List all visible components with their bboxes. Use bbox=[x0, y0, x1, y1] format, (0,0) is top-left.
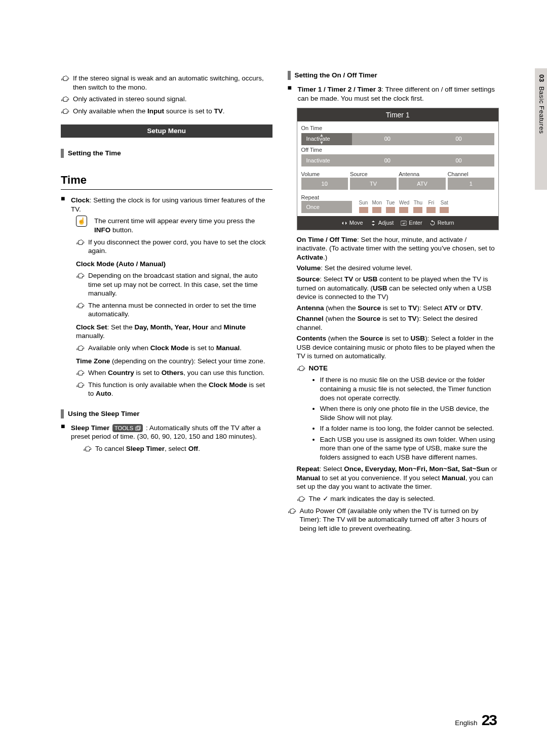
note-icon bbox=[76, 369, 85, 376]
volume-label: Volume bbox=[301, 171, 348, 178]
note-icon bbox=[61, 74, 70, 81]
list-item: When there is only one photo file in the… bbox=[320, 404, 499, 422]
contents-desc: Contents (when the Source is set to USB)… bbox=[297, 334, 499, 361]
timer-dialog: Timer 1 On Time ▲Inactivate▼ 00 00 Off T… bbox=[297, 108, 499, 230]
timer-dialog-title: Timer 1 bbox=[297, 108, 499, 121]
chapter-tab-label: 03 Basic Features bbox=[537, 74, 545, 134]
subheading-time: Setting the Time bbox=[61, 149, 272, 158]
note-text: If you disconnect the power cord, you ha… bbox=[88, 238, 272, 256]
note-text: Only activated in stereo sound signal. bbox=[73, 95, 186, 104]
channel-label: Channel bbox=[448, 171, 494, 178]
repeat-label: Repeat bbox=[301, 194, 352, 201]
day-wed[interactable]: Wed bbox=[399, 199, 409, 213]
channel-desc: Channel (when the Source is set to TV): … bbox=[297, 314, 499, 332]
day-sun[interactable]: Sun bbox=[359, 199, 368, 213]
note-text: Auto Power Off (available only when the … bbox=[300, 507, 499, 533]
section-title-time: Time bbox=[61, 173, 272, 190]
source-desc: Source: Select TV or USB content to be p… bbox=[297, 275, 499, 302]
note-text: Depending on the broadcast station and s… bbox=[88, 271, 272, 298]
right-column: Setting the On / Off Timer ■ Timer 1 / T… bbox=[288, 71, 499, 536]
clock-item: ■ Clock: Setting the clock is for using … bbox=[61, 196, 272, 214]
sleep-timer-item: ■ Sleep Timer TOOLS : Automatically shut… bbox=[61, 424, 272, 441]
volume-value[interactable]: 10 bbox=[301, 178, 348, 190]
chapter-tab: 03 Basic Features bbox=[535, 68, 547, 190]
on-time-min[interactable]: 00 bbox=[423, 133, 494, 145]
info-hand-note: ☝ The current time will appear every tim… bbox=[76, 217, 272, 234]
footer-lang: English bbox=[455, 719, 477, 728]
subheading-onoff: Setting the On / Off Timer bbox=[288, 71, 499, 80]
note-icon bbox=[61, 95, 70, 102]
enter-key: Enter bbox=[401, 219, 422, 226]
clock-set: Clock Set: Set the Day, Month, Year, Hou… bbox=[76, 323, 272, 341]
day-tue[interactable]: Tue bbox=[386, 199, 395, 213]
off-time-label: Off Time bbox=[301, 146, 495, 153]
note-icon bbox=[83, 445, 92, 452]
day-mon[interactable]: Mon bbox=[372, 199, 382, 213]
antenna-desc: Antenna (when the Source is set to TV): … bbox=[297, 304, 499, 313]
subheading-sleep: Using the Sleep Timer bbox=[61, 409, 272, 418]
move-key: Move bbox=[341, 219, 363, 226]
chapter-number: 03 bbox=[538, 74, 545, 82]
list-item: If there is no music file on the USB dev… bbox=[320, 375, 499, 402]
note-icon bbox=[297, 364, 306, 371]
note-text: The antenna must be connected in order t… bbox=[88, 301, 272, 319]
note-text: If the stereo signal is weak and an auto… bbox=[73, 74, 272, 92]
note-text: The ✓ mark indicates the day is selected… bbox=[309, 494, 435, 503]
on-off-time-desc: On Time / Off Time: Set the hour, minute… bbox=[297, 235, 499, 262]
left-column: If the stereo signal is weak and an auto… bbox=[61, 71, 272, 536]
setup-menu-header: Setup Menu bbox=[61, 124, 272, 138]
day-thu[interactable]: Thu bbox=[413, 199, 422, 213]
antenna-value[interactable]: ATV bbox=[399, 178, 445, 190]
note-icon bbox=[76, 381, 85, 388]
source-value[interactable]: TV bbox=[350, 178, 397, 190]
adjust-key: Adjust bbox=[370, 219, 394, 226]
page-number: 23 bbox=[482, 710, 496, 730]
on-time-state[interactable]: ▲Inactivate▼ bbox=[301, 133, 352, 145]
day-fri[interactable]: Fri bbox=[426, 199, 436, 213]
timer-item: ■ Timer 1 / Timer 2 / Timer 3: Three dif… bbox=[288, 85, 499, 103]
note-icon bbox=[76, 344, 85, 351]
note-icon bbox=[61, 107, 70, 114]
timer-footer: Move Adjust Enter Return bbox=[297, 216, 499, 229]
note-text: When Country is set to Others, you can u… bbox=[88, 368, 264, 377]
repeat-desc: Repeat: Select Once, Everyday, Mon~Fri, … bbox=[297, 465, 499, 491]
note-word: NOTE bbox=[309, 364, 328, 373]
clock-mode-label: Clock Mode (Auto / Manual) bbox=[76, 260, 272, 269]
time-zone: Time Zone (depending on the country): Se… bbox=[76, 357, 272, 366]
svg-rect-0 bbox=[136, 427, 139, 430]
day-sat[interactable]: Sat bbox=[440, 199, 449, 213]
note-text: This function is only available when the… bbox=[88, 381, 272, 398]
note-text: Only available when the Input source is … bbox=[73, 107, 224, 116]
return-key: Return bbox=[429, 219, 454, 226]
day-selector[interactable]: SunMonTueWedThuFriSat bbox=[355, 199, 449, 213]
off-time-min[interactable]: 00 bbox=[423, 154, 494, 166]
repeat-value[interactable]: Once bbox=[301, 201, 352, 213]
note-text: To cancel Sleep Timer, select Off. bbox=[95, 444, 200, 453]
note-icon bbox=[76, 302, 85, 309]
list-item: If a folder name is too long, the folder… bbox=[320, 424, 499, 433]
channel-value[interactable]: 1 bbox=[448, 178, 494, 190]
volume-desc: Volume: Set the desired volume level. bbox=[297, 264, 499, 273]
note-icon bbox=[297, 495, 306, 502]
tools-badge: TOOLS bbox=[112, 424, 143, 432]
list-item: Each USB you use is assigned its own fol… bbox=[320, 435, 499, 462]
note-icon bbox=[76, 238, 85, 245]
antenna-label: Antenna bbox=[399, 171, 445, 178]
note-icon bbox=[76, 272, 85, 279]
page: 03 Basic Features If the stereo signal i… bbox=[0, 0, 547, 756]
svg-rect-2 bbox=[401, 221, 407, 225]
note-icon bbox=[288, 507, 297, 514]
hand-icon: ☝ bbox=[76, 216, 87, 227]
on-time-hour[interactable]: 00 bbox=[352, 133, 423, 145]
svg-rect-1 bbox=[137, 426, 140, 429]
off-time-hour[interactable]: 00 bbox=[352, 154, 423, 166]
chapter-title: Basic Features bbox=[538, 87, 545, 134]
page-footer: English 23 bbox=[455, 710, 496, 730]
note-text: Available only when Clock Mode is set to… bbox=[88, 344, 242, 353]
on-time-label: On Time bbox=[301, 124, 495, 132]
notes-list: If there is no music file on the USB dev… bbox=[311, 375, 499, 461]
source-label: Source bbox=[350, 171, 397, 178]
off-time-state[interactable]: Inactivate bbox=[301, 154, 352, 166]
